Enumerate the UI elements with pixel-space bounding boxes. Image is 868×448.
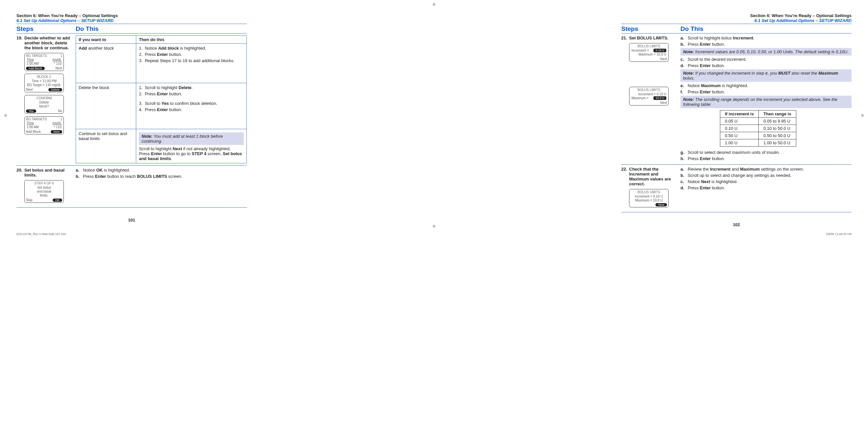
screen-page: 1 [60, 117, 62, 121]
steps-col: 21. Set BOLUS LIMITS. BOLUS LIMITS Incre… [621, 35, 680, 162]
section-subheader: 6.1 Set Up Additional Options – SETUP WI… [621, 18, 851, 23]
step-row: 21. Set BOLUS LIMITS. BOLUS LIMITS Incre… [621, 34, 851, 165]
col: mg/dL [52, 58, 62, 62]
steps-col: 19. Decide whether to add another block,… [17, 35, 76, 163]
line: Delete [25, 101, 63, 104]
th: Then do this [136, 36, 247, 44]
table-row: 0.05 U0.05 to 9.95 U [720, 118, 796, 125]
section-header: Section 6: When You're Ready – Optional … [621, 13, 851, 18]
val: * 110 [54, 62, 62, 65]
td: 1.Notice Add block is highlighted. 2.Pre… [136, 44, 247, 83]
screen-button: Next [660, 101, 667, 105]
line: Maximum = 10.0 U [629, 199, 668, 202]
note: Note: If you changed the increment in st… [680, 69, 851, 82]
td: 0.50 U [720, 132, 759, 139]
device-screen-bg-targets-1: BG TARGETS1 Timemg/dL 1:00 AM* 110 Add B… [24, 53, 64, 71]
list-item: 3.Repeat Steps 17 to 19 to add additiona… [139, 58, 244, 63]
list-item: d.Press Enter button. [680, 185, 851, 190]
screen-title: BOLUS LIMITS [629, 88, 668, 92]
print-footer: DOC15736_Rev-A-Man.indd 101-102 2/9/09 1… [0, 231, 868, 242]
range-table: If increment isThen range is 0.05 U0.05 … [720, 110, 796, 147]
page-number: 102 [621, 222, 851, 227]
td: Note: You must add at least 1 block befo… [136, 129, 247, 163]
list-item: g.Scroll to select desired maximum units… [680, 150, 851, 155]
screen-title: BLOCK 2 [25, 75, 63, 79]
col-steps: Steps [17, 25, 76, 33]
step-number: 19. [17, 35, 24, 40]
screen-button: Delete [49, 88, 62, 91]
screen-button: Add Block [26, 67, 45, 70]
do-col: a.Notice OK is highlighted. b.Press Ente… [76, 168, 247, 205]
device-screen-bg-targets-2: BG TARGETS1 Timemg/dL 1:00 AM* 110 Add B… [24, 116, 64, 134]
note: Note: Increment values are 0.05, 0.10, 0… [680, 48, 851, 56]
list-item: b.Press Enter button to reach BOLUS LIMI… [76, 174, 247, 179]
list-item: 2.Press Enter button. [139, 52, 244, 57]
line: limits. [25, 194, 63, 197]
steps-col: 20. Set bolus and basal limits. STEP 4 O… [17, 168, 76, 205]
highlight: 10.0 U [653, 96, 666, 100]
step-text: Set bolus and basal limits. [24, 168, 72, 177]
para: Press Enter button to go to STEP 4 scree… [139, 151, 244, 161]
decision-table: If you want toThen do this Add another b… [76, 35, 247, 163]
td: 1.Scroll to highlight Delete. 2.Press En… [136, 83, 247, 129]
td: 1.00 to 50.0 U [759, 139, 796, 147]
val: * 110 [54, 125, 62, 129]
table-row: 0.10 U0.10 to 50.0 U [720, 125, 796, 132]
val: 1:00 AM [27, 62, 39, 65]
device-screen-bolus-1: BOLUS LIMITS Increment =0.10 U Maximum =… [629, 43, 669, 62]
list-item: b.Scroll up to select and change any set… [680, 173, 851, 178]
screen-button: OK [53, 199, 62, 202]
list-item: a.Review the Increment and Maximum setti… [680, 167, 851, 172]
list-item: 2.Press Enter button. [139, 91, 244, 96]
note: Note: The scrolling range depends on the… [680, 96, 851, 108]
list-item: c.Notice Next is highlighted. [680, 179, 851, 184]
table-row: 1.00 U1.00 to 50.0 U [720, 139, 796, 147]
screen-title: BG TARGETS [26, 117, 47, 121]
screen-button: Add Block [26, 130, 41, 133]
val: 1:00 AM [27, 125, 39, 129]
step-text: Set BOLUS LIMITS. [629, 35, 677, 40]
screen-button: Next [655, 203, 667, 206]
line: Set bolus [25, 186, 63, 189]
para: Scroll to highlight Next if not already … [139, 146, 244, 151]
col: Time [27, 58, 34, 62]
registration-mark-bottom: ⊕ [432, 224, 436, 229]
list-item: a.Scroll to highlight bolus Increment. [680, 35, 851, 40]
step-number: 22. [621, 167, 629, 172]
list-item: h.Press Enter button. [680, 156, 851, 161]
step-number: 21. [621, 35, 629, 40]
screen-page: 1 [60, 54, 62, 58]
step-number: 20. [17, 168, 24, 173]
line: and basal [25, 189, 63, 193]
col-steps: Steps [621, 25, 680, 33]
screen-button: Next [51, 130, 62, 133]
list-item: 1.Scroll to highlight Delete. [139, 85, 244, 90]
screen-title: BOLUS LIMITS [629, 44, 668, 48]
list-item: 4.Press Enter button. [139, 107, 244, 112]
list-item: 1.Notice Add block is highlighted. [139, 46, 244, 50]
list-item: c.Scroll to the desired increment. [680, 57, 851, 62]
screen-title: CONFIRM [25, 96, 63, 100]
device-screen-bolus-review: BOLUS LIMITS Increment = 0.10 U Maximum … [629, 189, 669, 207]
th: If you want to [76, 36, 136, 44]
step-text: Decide whether to add another block, del… [24, 35, 72, 50]
page-101: Section 6: When You're Ready – Optional … [17, 13, 247, 227]
td: 1.00 U [720, 139, 759, 147]
td: 0.05 to 9.95 U [759, 118, 796, 125]
col: mg/dL [52, 121, 62, 125]
column-headers: Steps Do This [17, 25, 247, 34]
page-102: Section 6: When You're Ready – Optional … [621, 13, 851, 227]
step-row: 19. Decide whether to add another block,… [17, 34, 247, 166]
step-row: 22. Check that the Increment and Maximum… [621, 165, 851, 212]
list-item: a.Notice OK is highlighted. [76, 168, 247, 173]
page-number: 101 [17, 217, 247, 222]
device-screen-confirm: CONFIRM Delete block? YesNo [24, 95, 64, 114]
section-subheader: 6.1 Set Up Additional Options – SETUP WI… [17, 18, 247, 23]
step-row: 20. Set bolus and basal limits. STEP 4 O… [17, 166, 247, 208]
screen-button: Next [55, 66, 62, 70]
rule [17, 24, 247, 24]
th: If increment is [720, 110, 759, 118]
line: Increment = 0.10 U [629, 195, 668, 198]
td: 0.10 U [720, 125, 759, 132]
section-header: Section 6: When You're Ready – Optional … [17, 13, 247, 18]
